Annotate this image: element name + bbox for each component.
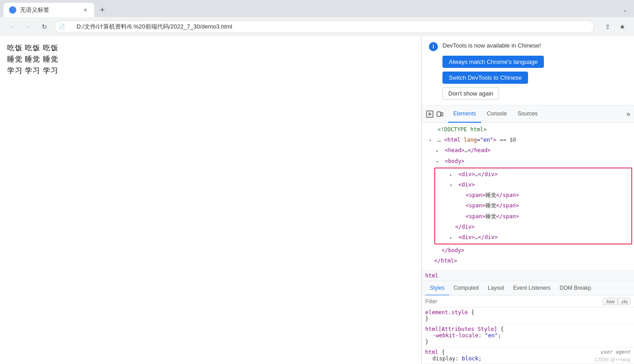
active-tab[interactable]: 无语义标签 ✕: [4, 3, 94, 17]
triangle-head[interactable]: [436, 148, 442, 154]
tree-span1[interactable]: <span>睡觉</span>: [435, 190, 631, 201]
html-tag: …: [437, 137, 441, 143]
tree-div2-open[interactable]: <div>: [435, 180, 631, 190]
svg-point-0: [10, 8, 15, 12]
tab-styles[interactable]: Styles: [425, 281, 449, 296]
dont-show-again-button[interactable]: Don't show again: [442, 87, 499, 100]
css-selector-html-attrs: html[Attributes Style]: [425, 326, 500, 332]
device-toolbar-icon[interactable]: [435, 110, 444, 119]
share-button[interactable]: ⇪: [601, 20, 614, 33]
tab-list-button[interactable]: ⌄: [620, 5, 630, 15]
tree-div3[interactable]: <div>…</div>: [435, 232, 631, 243]
tab-sources[interactable]: Sources: [512, 105, 543, 123]
new-tab-button[interactable]: +: [96, 4, 109, 16]
filter-cls-button[interactable]: .cls: [618, 298, 631, 305]
language-buttons: Always match Chrome's language Switch De…: [442, 56, 627, 84]
styles-tabs: Styles Computed Layout Event Listeners D…: [422, 281, 634, 296]
tree-span2[interactable]: <span>睡觉</span>: [435, 201, 631, 211]
filter-hov-button[interactable]: :hov: [603, 298, 618, 305]
language-notification: i DevTools is now available in Chinese! …: [422, 36, 634, 105]
address-input[interactable]: 📄 D:/文件/计算机资料/6.%20前端代码/2022_7_30/demo3.…: [54, 20, 594, 33]
triangle-div2[interactable]: [450, 182, 455, 188]
dollar-zero: ==: [500, 137, 510, 143]
page-content: 吃饭 吃饭 吃饭 睡觉 睡觉 睡觉 学习 学习 学习: [0, 36, 421, 364]
tree-doctype: <!DOCTYPE html>: [422, 125, 634, 135]
tree-html[interactable]: … <html lang="en"> == $0: [422, 135, 634, 145]
lock-icon: 📄: [58, 24, 65, 30]
tree-div2-close[interactable]: </div>: [435, 222, 631, 232]
tab-layout[interactable]: Layout: [483, 281, 509, 296]
svg-rect-2: [437, 112, 441, 116]
tab-dom-breakpoints[interactable]: DOM Breakp: [555, 281, 596, 296]
elements-tree: <!DOCTYPE html> … <html lang="en"> == $0…: [422, 123, 634, 270]
svg-rect-3: [441, 113, 443, 116]
elements-highlight-box: <div>…</div> <div> <span>睡觉</span> <span…: [434, 168, 632, 244]
triangle-div1[interactable]: [450, 172, 455, 178]
tree-div1[interactable]: <div>…</div>: [435, 169, 631, 180]
csdn-watermark: CSDN @++bing: [595, 357, 630, 362]
triangle-div3[interactable]: [450, 235, 455, 241]
tree-body-close: </body>: [422, 245, 634, 256]
devtools-panel: i DevTools is now available in Chinese! …: [421, 36, 634, 364]
tab-close-button[interactable]: ✕: [82, 6, 89, 14]
notification-header: i DevTools is now available in Chinese!: [429, 42, 627, 51]
notification-message: DevTools is now available in Chinese!: [442, 42, 541, 50]
tree-head[interactable]: <head>…</head>: [422, 145, 634, 156]
more-tabs-button[interactable]: »: [626, 110, 630, 118]
styles-panel: Styles Computed Layout Event Listeners D…: [422, 281, 634, 364]
tab-elements[interactable]: Elements: [448, 105, 481, 123]
main-area: 吃饭 吃饭 吃饭 睡觉 睡觉 睡觉 学习 学习 学习 i DevTools is…: [0, 36, 634, 364]
filter-input[interactable]: [425, 298, 603, 305]
css-selector-element-style: element.style: [425, 309, 471, 316]
reload-button[interactable]: ↻: [38, 20, 51, 33]
browser-chrome: 无语义标签 ✕ + ⌄ ← → ↻ 📄 D:/文件/计算机资料/6.%20前端代…: [0, 0, 634, 36]
address-text: D:/文件/计算机资料/6.%20前端代码/2022_7_30/demo3.ht…: [68, 23, 232, 31]
bookmark-button[interactable]: ★: [616, 20, 629, 33]
page-line-2: 睡觉 睡觉 睡觉: [7, 55, 414, 64]
breadcrumb-html[interactable]: html: [425, 273, 438, 279]
devtools-tabs: Elements Console Sources »: [422, 105, 634, 123]
css-block-html-attrs: html[Attributes Style] { -webkit-locale:…: [422, 324, 634, 347]
tab-title: 无语义标签: [20, 6, 49, 14]
info-icon: i: [429, 42, 438, 51]
css-property-webkit-locale: -webkit-locale: "en";: [425, 332, 501, 339]
page-line-1: 吃饭 吃饭 吃饭: [7, 43, 414, 53]
toolbar-end: ⇪ ★: [601, 20, 629, 33]
page-line-3: 学习 学习 学习: [7, 66, 414, 76]
tab-bar-end: ⌄: [620, 5, 630, 15]
address-bar: ← → ↻ 📄 D:/文件/计算机资料/6.%20前端代码/2022_7_30/…: [0, 17, 634, 36]
back-button[interactable]: ←: [5, 20, 18, 33]
doctype-text: <!DOCTYPE html>: [437, 126, 486, 133]
always-match-button[interactable]: Always match Chrome's language: [442, 56, 544, 68]
css-property-display: display: block;: [425, 355, 481, 362]
dont-show-row: Don't show again: [442, 87, 627, 100]
css-selector-html: html: [425, 349, 442, 355]
tree-html-close: </html>: [422, 256, 634, 266]
user-agent-label: user agent: [600, 349, 630, 355]
filter-bar: :hov .cls: [422, 296, 634, 307]
forward-button[interactable]: →: [22, 20, 34, 33]
breadcrumb-bar: html: [422, 270, 634, 281]
tab-console[interactable]: Console: [481, 105, 512, 123]
css-block-element-style: element.style { }: [422, 307, 634, 324]
tree-body-open[interactable]: <body>: [422, 156, 634, 167]
tab-event-listeners[interactable]: Event Listeners: [509, 281, 555, 296]
tab-favicon: [9, 6, 16, 14]
inspect-element-icon[interactable]: [425, 110, 434, 119]
tab-bar: 无语义标签 ✕ + ⌄: [0, 0, 634, 17]
tree-span3[interactable]: <span>睡觉</span>: [435, 211, 631, 222]
switch-devtools-button[interactable]: Switch DevTools to Chinese: [442, 72, 528, 84]
triangle-html[interactable]: [429, 137, 434, 144]
triangle-body[interactable]: [436, 158, 442, 165]
tab-computed[interactable]: Computed: [449, 281, 483, 296]
